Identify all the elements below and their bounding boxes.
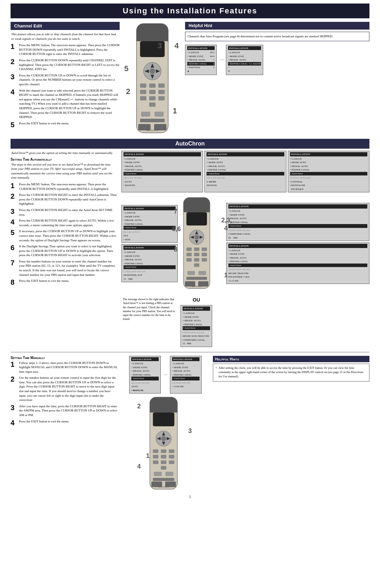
svg-rect-68	[153, 460, 159, 464]
step-text-5: Press the EXIT button to exit the menu.	[19, 121, 120, 126]
auto-step-num-2: 2	[11, 193, 18, 200]
manual-step-1: 1 Follow steps 1–3 above, then press the…	[11, 361, 118, 374]
step-num-3: 3	[11, 73, 18, 80]
step-num-4: 4	[11, 88, 18, 95]
auto-step-num-6: 6	[11, 244, 18, 251]
screen-top-1: INSTALLATION • LANGUE AV3 • MODE SYNT. A…	[185, 45, 217, 75]
svg-rect-64	[169, 450, 175, 453]
setting-time-manually: Setting Time Manually 1 Follow steps 1–3…	[11, 356, 118, 492]
autochron-right: INSTALLATION • LANGUE • MODE SYNT. • PRO…	[121, 151, 369, 350]
manual-step-text-2: Use the number buttons on your remote co…	[19, 376, 118, 402]
svg-rect-45	[194, 264, 200, 267]
screen-manual-2: INSTALLATION • LANGUE • MODE SYNT. • PRO…	[170, 356, 202, 394]
svg-rect-55	[153, 413, 175, 426]
svg-rect-71	[161, 466, 166, 470]
svg-rect-48	[186, 277, 207, 280]
setting-time-manually-title: Setting Time Manually	[11, 356, 118, 360]
svg-rect-21	[154, 112, 164, 117]
svg-rect-39	[186, 253, 192, 256]
svg-rect-28	[184, 206, 210, 212]
auto-step-text-7: Press the number buttons on your remote …	[19, 259, 118, 277]
manual-step-num-3: 3	[11, 404, 18, 411]
svg-rect-37	[194, 248, 200, 251]
auto-step-2: 2 Press the CURSOR BUTTON RIGHT to enter…	[11, 193, 118, 206]
auto-step-num-1: 1	[11, 182, 18, 189]
svg-rect-40	[194, 253, 200, 256]
svg-rect-42	[186, 258, 192, 262]
auto-step-8: 8 Press the EXIT button to exit the menu…	[11, 279, 118, 286]
helpful-hints-title: Helpful Hints	[213, 356, 369, 362]
auto-step-num-7: 7	[11, 259, 18, 266]
screen-manual-1: INSTALLATION • LANGUE • MODE SYNT. • PRO…	[129, 356, 161, 394]
step-text-1: Press the MENU button. The onscreen menu…	[19, 43, 120, 56]
screen-auto-not-found: INSTALLATION • LANGUE • MODE SYNT. • PRO…	[180, 305, 212, 347]
svg-rect-62	[153, 450, 159, 453]
step-3: 3 Press the CURSOR BUTTON UP or DOWN to …	[11, 73, 120, 87]
screen-top-2: INSTALLATION • LANGUE • MODE SYNT. • PRO…	[226, 45, 263, 75]
screen-auto-3: INSTALLATION • LANGUE • MODE SYNT. • PRO…	[288, 151, 369, 192]
remote-top: 3 4 5 2 1	[122, 22, 182, 135]
channel-edit-text: Channel Edit This feature allows you to …	[11, 22, 120, 135]
autochron-left: AutoChron™ gives you the option of setti…	[11, 151, 118, 350]
auto-step-text-3: Press the CURSOR BUTTON RIGHT to enter t…	[19, 208, 118, 217]
svg-rect-36	[186, 248, 192, 251]
auto-step-text-4: Press the CURSOR BUTTON RIGHT again to s…	[19, 218, 118, 227]
manual-step-num-1: 1	[11, 361, 18, 368]
main-title: Using the Installation Features	[11, 4, 369, 18]
svg-rect-12	[158, 83, 165, 88]
remote-svg-top: MAGNAVOX	[131, 22, 173, 135]
step-text-4: With the channel you want to edit select…	[19, 88, 120, 119]
svg-rect-69	[161, 460, 166, 464]
svg-rect-38	[202, 248, 207, 251]
channel-edit-intro: This feature allows you to edit or skip …	[11, 32, 120, 41]
step-text-3: Press the CURSOR BUTTON UP or DOWN to sc…	[19, 73, 120, 87]
top-right-screens: Helpful Hint Channels that Auto Program …	[185, 22, 369, 135]
autochron-message: The message shown to the right indicates…	[121, 296, 178, 322]
step-num-1: 1	[11, 43, 18, 50]
svg-rect-20	[141, 112, 150, 117]
manual-step-text-4: Press the EXIT button to exit the menu.	[19, 419, 118, 424]
bottom-section: Setting Time Manually 1 Follow steps 1–3…	[11, 356, 369, 492]
svg-rect-14	[149, 90, 156, 94]
svg-rect-46	[187, 271, 195, 275]
auto-step-3: 3 Press the CURSOR BUTTON RIGHT to enter…	[11, 208, 118, 217]
screen-auto-6: INSTALLATION • LANGUE • MODE SYNT. • PRO…	[226, 203, 369, 241]
step-4: 4 With the channel you want to edit sele…	[11, 88, 120, 119]
remote-svg-manual: MAGNAVOX	[144, 396, 183, 491]
auto-step-text-8: Press the EXIT button to exit the menu.	[19, 279, 118, 283]
autochron-section: AutoChron AutoChron™ gives you the optio…	[11, 139, 369, 499]
remote-svg-auto: MAGNAVOX	[179, 194, 214, 292]
svg-rect-44	[202, 258, 207, 262]
auto-step-4: 4 Press the CURSOR BUTTON RIGHT again to…	[11, 218, 118, 227]
manual-step-3: 3 After you have input the time, press t…	[11, 404, 118, 417]
svg-rect-16	[140, 96, 146, 100]
auto-step-num-5: 5	[11, 229, 18, 236]
svg-rect-54	[150, 407, 177, 413]
manual-step-2: 2 Use the number buttons on your remote …	[11, 376, 118, 402]
helpful-hint-text: Channels that Auto Program (see page 4) …	[185, 32, 369, 41]
screen-auto-1: INSTALLATION • LANGUE • MODE SYNT. • PRO…	[121, 151, 203, 192]
svg-rect-43	[194, 258, 200, 262]
manual-step-num-4: 4	[11, 419, 18, 426]
svg-rect-66	[161, 455, 166, 458]
auto-step-6: 6 If the Daylight Savings Time option yo…	[11, 244, 118, 258]
svg-rect-41	[202, 253, 207, 256]
channel-edit-title: Channel Edit	[14, 23, 42, 29]
svg-rect-73	[165, 472, 173, 476]
manual-step-text-1: Follow steps 1–3 above, then press the C…	[19, 361, 118, 374]
auto-step-num-3: 3	[11, 208, 18, 215]
auto-step-1: 1 Press the MENU button. The onscreen me…	[11, 182, 118, 191]
svg-rect-17	[149, 96, 156, 100]
step-text-2: Press the CURSOR BUTTON DOWN repeatedly …	[19, 58, 120, 72]
auto-step-text-2: Press the CURSOR BUTTON RIGHT to enter t…	[19, 193, 118, 206]
svg-rect-15	[158, 90, 165, 94]
svg-text:MAGNAVOX: MAGNAVOX	[146, 129, 158, 131]
helpful-hint-header: Helpful Hint	[185, 22, 369, 30]
svg-point-61	[161, 436, 166, 441]
manual-step-num-2: 2	[11, 376, 18, 383]
svg-rect-74	[153, 478, 175, 481]
autochron-body: AutoChron™ gives you the option of setti…	[11, 151, 369, 350]
helpful-hints-bottom: Helpful Hints After setting the clock, y…	[213, 356, 369, 492]
helpful-hints-box: After setting the clock, you will be abl…	[213, 364, 369, 382]
svg-rect-47	[198, 271, 206, 275]
